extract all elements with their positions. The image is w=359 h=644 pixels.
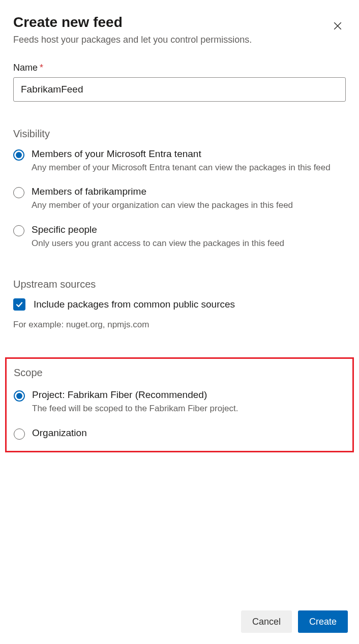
radio-title: Organization: [32, 427, 345, 440]
visibility-option-org[interactable]: Members of fabrikamprime Any member of y…: [13, 186, 346, 211]
upstream-checkbox[interactable]: Include packages from common public sour…: [13, 298, 346, 311]
checkbox-label: Include packages from common public sour…: [34, 299, 235, 310]
radio-desc: Only users you grant access to can view …: [32, 237, 346, 250]
scope-option-project[interactable]: Project: Fabrikam Fiber (Recommended) Th…: [14, 389, 345, 414]
scope-highlight-box: Scope Project: Fabrikam Fiber (Recommend…: [5, 357, 354, 452]
radio-desc: The feed will be scoped to the Fabrikam …: [32, 403, 345, 415]
create-button[interactable]: Create: [298, 610, 348, 633]
visibility-option-tenant[interactable]: Members of your Microsoft Entra tenant A…: [13, 148, 346, 173]
scope-option-organization[interactable]: Organization: [14, 427, 345, 440]
close-button[interactable]: [330, 18, 346, 35]
radio-icon: [14, 428, 25, 440]
radio-desc: Any member of your Microsoft Entra tenan…: [32, 162, 346, 174]
upstream-section-label: Upstream sources: [13, 279, 346, 290]
name-label: Name*: [13, 63, 346, 73]
cancel-button[interactable]: Cancel: [241, 610, 292, 633]
visibility-option-specific[interactable]: Specific people Only users you grant acc…: [13, 224, 346, 249]
radio-title: Specific people: [32, 224, 346, 236]
radio-desc: Any member of your organization can view…: [32, 199, 346, 211]
visibility-section-label: Visibility: [13, 128, 346, 140]
radio-icon: [14, 390, 25, 402]
checkbox-checked-icon: [13, 298, 25, 311]
close-icon: [333, 21, 342, 32]
radio-icon: [13, 225, 24, 236]
dialog-title: Create new feed: [13, 14, 123, 30]
scope-section-label: Scope: [14, 367, 345, 379]
radio-icon: [13, 149, 24, 161]
name-input[interactable]: [13, 77, 346, 102]
upstream-hint: For example: nuget.org, npmjs.com: [13, 320, 346, 330]
radio-icon: [13, 187, 24, 198]
radio-title: Project: Fabrikam Fiber (Recommended): [32, 389, 345, 402]
radio-title: Members of fabrikamprime: [32, 186, 346, 198]
dialog-subtitle: Feeds host your packages and let you con…: [13, 35, 346, 45]
radio-title: Members of your Microsoft Entra tenant: [32, 148, 346, 161]
